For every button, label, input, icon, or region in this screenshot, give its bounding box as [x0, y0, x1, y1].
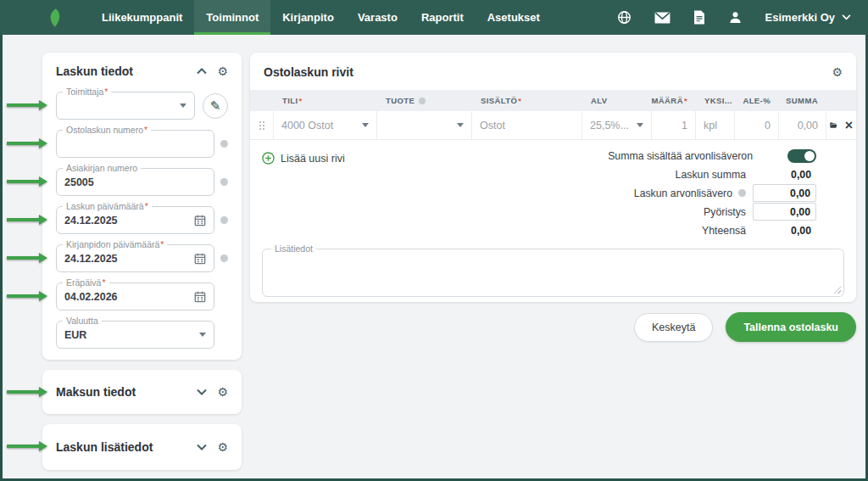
gear-icon[interactable]: ⚙ [832, 66, 843, 78]
gear-icon[interactable]: ⚙ [217, 441, 228, 453]
main-menu: Liikekumppanit Toiminnot Kirjanpito Vara… [90, 0, 552, 35]
info-dot-icon [220, 254, 228, 262]
currency-select[interactable]: Valuutta EUR [56, 321, 214, 349]
col-ale: ALE-% [735, 96, 779, 105]
company-name: Esimerkki Oy [765, 11, 835, 24]
dropdown-caret-icon [637, 123, 643, 127]
vat-included-toggle[interactable] [787, 149, 816, 163]
globe-icon[interactable] [617, 10, 632, 25]
accounting-date-input[interactable]: Kirjanpidon päivämäärä* 24.12.2025 [56, 244, 214, 272]
pointer-arrow-maksun-tiedot [7, 387, 47, 397]
total-row: Yhteensä 0,00 [608, 221, 816, 239]
col-summa: SUMMA [779, 96, 826, 105]
delete-row-icon[interactable]: × [845, 119, 853, 132]
plus-circle-icon [262, 152, 275, 165]
top-navbar: Liikekumppanit Toiminnot Kirjanpito Vara… [0, 0, 868, 35]
col-sisalto: SISÄLTÖ* [472, 96, 582, 105]
row-discount-input[interactable]: 0 [735, 111, 779, 139]
row-product-select[interactable] [377, 111, 472, 139]
leaf-logo-icon[interactable] [46, 0, 64, 35]
pointer-arrow-toimittaja [7, 100, 47, 110]
gear-icon[interactable]: ⚙ [217, 65, 228, 77]
save-purchase-invoice-button[interactable]: Tallenna ostolasku [726, 312, 856, 342]
drag-handle[interactable] [250, 111, 274, 139]
rows-table-header: TILI* TUOTE SISÄLTÖ* ALV MÄÄRÄ* YKSI... … [250, 90, 856, 111]
calendar-icon[interactable] [194, 291, 206, 303]
resize-handle[interactable] [833, 286, 841, 294]
cancel-button[interactable]: Keskeytä [634, 313, 713, 342]
col-tili: TILI* [274, 96, 377, 105]
dropdown-caret-icon [362, 123, 369, 127]
calendar-icon[interactable] [194, 253, 206, 265]
row-vat-select[interactable]: 25,5%... [582, 111, 652, 139]
action-buttons: Keskeytä Tallenna ostolasku [250, 312, 856, 342]
supplier-select[interactable]: Toimittaja* [56, 92, 195, 120]
pointer-arrow-ostolaskun-numero [7, 138, 47, 148]
row-quantity-input[interactable]: 1 [652, 111, 696, 139]
dropdown-caret-icon[interactable] [180, 103, 186, 108]
pointer-arrow-laskun-lisatiedot [7, 441, 47, 451]
field-row-kirjanpidon-paivamaara: Kirjanpidon päivämäärä* 24.12.2025 [56, 244, 228, 272]
invoice-additional-card: Laskun lisätiedot ⚙ [42, 424, 242, 470]
field-row-laskun-paivamaara: Laskun päivämäärä* 24.12.2025 [56, 206, 228, 234]
pointer-arrow-erapaiva [7, 291, 47, 301]
info-dot-icon [738, 189, 746, 197]
purchase-rows-panel: Ostolaskun rivit ⚙ TILI* TUOTE SISÄLTÖ* … [250, 53, 856, 302]
notes-textarea[interactable]: Lisätiedot [262, 249, 844, 297]
row-content-input[interactable]: Ostot [472, 111, 582, 139]
collapse-chevron-up-icon[interactable] [197, 68, 207, 75]
edit-supplier-button[interactable]: ✎ [203, 93, 228, 119]
mail-icon[interactable] [654, 12, 670, 24]
invoice-row: 4000 Ostot Ostot 25,5%... 1 kpl 0 0,00 × [250, 111, 856, 140]
vat-amount-input[interactable]: 0,00 [753, 184, 816, 202]
field-row-asiakirjan-numero: Asiakirjan numero 25005 [56, 168, 228, 196]
document-icon[interactable] [693, 10, 705, 25]
col-tuote: TUOTE [377, 96, 472, 105]
collapse-chevron-down-icon[interactable] [197, 444, 207, 450]
invoice-summary: Summa sisältää arvonlisäveron Laskun sum… [608, 147, 816, 240]
invoice-sum-row: Laskun summa 0,00 [608, 165, 816, 183]
vat-included-row: Summa sisältää arvonlisäveron [608, 147, 816, 165]
info-dot-icon [220, 216, 228, 224]
pointer-arrow-asiakirjan-numero [7, 176, 47, 187]
document-number-input[interactable]: Asiakirjan numero 25005 [56, 168, 214, 196]
nav-item-toiminnot[interactable]: Toiminnot [194, 0, 270, 35]
invoice-details-title: Laskun tiedot [56, 64, 133, 78]
total-value: 0,00 [753, 225, 816, 237]
col-alv: ALV [582, 96, 652, 105]
collapse-chevron-down-icon[interactable] [197, 389, 207, 395]
field-row-toimittaja: Toimittaja* ✎ [56, 92, 228, 120]
company-selector[interactable]: Esimerkki Oy [765, 11, 851, 24]
field-row-erapaiva: Eräpäivä* 04.02.2026 [56, 282, 228, 310]
col-maara: MÄÄRÄ* [652, 96, 696, 105]
col-yksikko: YKSI... [696, 96, 735, 105]
add-row-link[interactable]: Lisää uusi rivi [262, 152, 345, 165]
user-icon[interactable] [728, 10, 743, 25]
invoice-details-card: Laskun tiedot ⚙ Toimittaja* ✎ Ostolaskun… [42, 53, 242, 360]
nav-item-liikekumppanit[interactable]: Liikekumppanit [90, 0, 194, 35]
dropdown-caret-icon[interactable] [199, 333, 206, 337]
nav-item-varasto[interactable]: Varasto [346, 0, 409, 35]
invoice-date-input[interactable]: Laskun päivämäärä* 24.12.2025 [56, 206, 214, 234]
field-row-valuutta: Valuutta EUR [56, 321, 228, 349]
vat-row: Laskun arvonlisävero 0,00 [608, 184, 816, 202]
purchase-invoice-number-input[interactable]: Ostolaskun numero* [56, 130, 214, 158]
dropdown-caret-icon [457, 123, 464, 127]
row-account-select[interactable]: 4000 Ostot [274, 111, 377, 139]
rounding-row: Pyöristys 0,00 [608, 203, 816, 221]
info-dot-icon [220, 140, 228, 148]
due-date-input[interactable]: Eräpäivä* 04.02.2026 [56, 282, 214, 310]
invoice-sum-value: 0,00 [753, 169, 816, 181]
nav-item-raportit[interactable]: Raportit [409, 0, 476, 35]
pointer-arrow-laskun-paivamaara [7, 215, 47, 225]
folder-icon[interactable] [830, 120, 837, 131]
info-dot-icon [419, 98, 426, 104]
rounding-input[interactable]: 0,00 [753, 203, 816, 221]
chevron-down-icon [842, 14, 851, 20]
gear-icon[interactable]: ⚙ [217, 386, 228, 398]
nav-item-asetukset[interactable]: Asetukset [476, 0, 552, 35]
row-unit-input[interactable]: kpl [696, 111, 735, 139]
nav-item-kirjanpito[interactable]: Kirjanpito [270, 0, 346, 35]
purchase-rows-title: Ostolaskun rivit [264, 65, 353, 79]
calendar-icon[interactable] [194, 215, 206, 227]
